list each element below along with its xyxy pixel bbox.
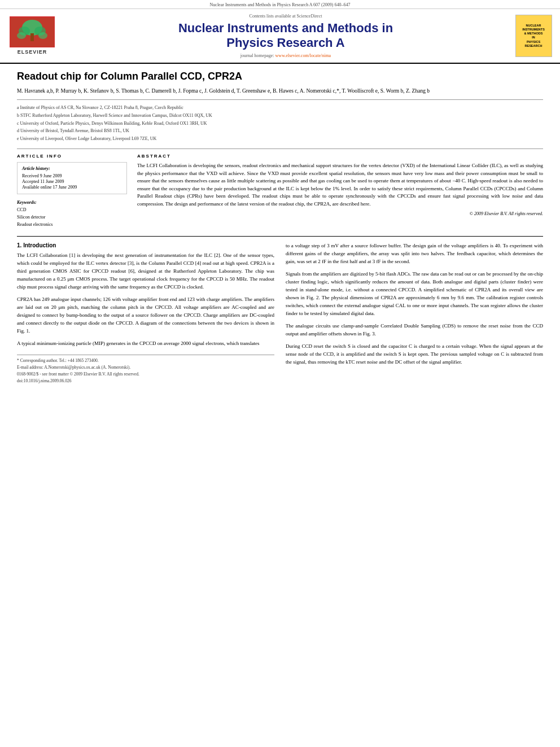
journal-title-block: Contents lists available at ScienceDirec… bbox=[63, 14, 508, 58]
affiliation-a: a Institute of Physics of AS CR, Na Slov… bbox=[17, 104, 543, 112]
footnote-issn: 0168-9002/$ - see front matter © 2009 El… bbox=[17, 371, 274, 377]
intro-paragraph-1: The LCFI Collaboration [1] is developing… bbox=[17, 252, 274, 291]
authors-list: M. Havranek a,b, P. Murray b, K. Stefano… bbox=[17, 87, 543, 95]
homepage-url[interactable]: www.elsevier.com/locate/nima bbox=[275, 53, 331, 58]
body-left-column: 1. Introduction The LCFI Collaboration [… bbox=[17, 242, 274, 385]
keyword-3: Readout electronics bbox=[17, 221, 127, 229]
article-info-column: ARTICLE INFO Article history: Received 9… bbox=[17, 154, 127, 228]
footnote-corresponding: * Corresponding author. Tel.: +44 1865 2… bbox=[17, 357, 274, 364]
available-date: Available online 17 June 2009 bbox=[22, 185, 122, 190]
right-paragraph-4: During CCD reset the switch S is closed … bbox=[286, 343, 543, 366]
journal-cover-image: NUCLEAR INSTRUMENTS & METHODS IN PHYSICS… bbox=[515, 15, 552, 57]
affiliation-b: b STFC Rutherford Appleton Laboratory, H… bbox=[17, 112, 543, 120]
abstract-text: The LCFI Collaboration is developing the… bbox=[137, 162, 543, 208]
sciencedirect-prefix: Contents lists available at ScienceDirec… bbox=[250, 14, 322, 19]
received-date: Received 9 June 2009 bbox=[22, 173, 122, 178]
journal-citation-bar: Nuclear Instruments and Methods in Physi… bbox=[0, 0, 560, 9]
abstract-label: ABSTRACT bbox=[137, 154, 543, 159]
sciencedirect-link[interactable]: Contents lists available at ScienceDirec… bbox=[250, 14, 322, 19]
affiliations-block: a Institute of Physics of AS CR, Na Slov… bbox=[17, 104, 543, 143]
info-abstract-section: ARTICLE INFO Article history: Received 9… bbox=[17, 154, 543, 228]
intro-paragraph-3: A typical minimum-ionizing particle (MIP… bbox=[17, 340, 274, 348]
right-paragraph-1: to a voltage step of 3 mV after a source… bbox=[286, 242, 543, 266]
journal-title: Nuclear Instruments and Methods in Physi… bbox=[178, 21, 393, 51]
journal-logo-text: NUCLEAR INSTRUMENTS & METHODS IN PHYSICS… bbox=[522, 24, 545, 48]
page: Nuclear Instruments and Methods in Physi… bbox=[0, 0, 560, 747]
keyword-1: CCD bbox=[17, 207, 127, 214]
article-content: Readout chip for Column Parallel CCD, CP… bbox=[0, 64, 560, 394]
elsevier-logo-block: ELSEVIER bbox=[7, 14, 58, 58]
article-info-box: Article history: Received 9 June 2009 Ac… bbox=[17, 162, 127, 194]
footnotes: * Corresponding author. Tel.: +44 1865 2… bbox=[17, 355, 274, 385]
intro-paragraph-2: CPR2A has 249 analogue input channels; 1… bbox=[17, 296, 274, 335]
body-section: 1. Introduction The LCFI Collaboration [… bbox=[17, 242, 543, 385]
svg-point-6 bbox=[38, 32, 47, 39]
keywords-label: Keywords: bbox=[17, 200, 127, 205]
footnote-doi: doi:10.1016/j.nima.2009.06.026 bbox=[17, 378, 274, 384]
journal-name-line1: Nuclear Instruments and Methods in bbox=[178, 21, 393, 35]
homepage-label: journal homepage: bbox=[240, 53, 274, 58]
right-paragraph-3: The analogue circuits use clamp-and-samp… bbox=[286, 322, 543, 338]
affiliation-e: e University of Liverpool, Oliver Lodge … bbox=[17, 136, 543, 143]
affiliations-divider bbox=[17, 148, 543, 149]
authors-text: M. Havranek a,b, P. Murray b, K. Stefano… bbox=[17, 88, 430, 94]
keywords-section: Keywords: CCD Silicon detector Readout e… bbox=[17, 200, 127, 228]
affiliation-d: d University of Bristol, Tyndall Avenue,… bbox=[17, 128, 543, 135]
affiliation-c: c University of Oxford, Particle Physics… bbox=[17, 120, 543, 128]
article-history-title: Article history: bbox=[22, 166, 122, 171]
accepted-date: Accepted 11 June 2009 bbox=[22, 179, 122, 184]
abstract-column: ABSTRACT The LCFI Collaboration is devel… bbox=[137, 154, 543, 228]
introduction-title: 1. Introduction bbox=[17, 242, 274, 248]
author-divider bbox=[17, 99, 543, 100]
elsevier-logo-image bbox=[10, 16, 55, 47]
body-right-column: to a voltage step of 3 mV after a source… bbox=[286, 242, 543, 385]
copyright-notice: © 2009 Elsevier B.V. All rights reserved… bbox=[137, 211, 543, 216]
article-title: Readout chip for Column Parallel CCD, CP… bbox=[17, 71, 543, 82]
right-paragraph-2: Signals from the amplifiers are digitize… bbox=[286, 270, 543, 318]
citation-text: Nuclear Instruments and Methods in Physi… bbox=[210, 2, 351, 7]
svg-point-5 bbox=[17, 32, 26, 39]
journal-name-line2: Physics Research A bbox=[226, 36, 345, 50]
journal-homepage: journal homepage: www.elsevier.com/locat… bbox=[240, 53, 331, 58]
section-name: Introduction bbox=[23, 242, 56, 248]
keywords-list: CCD Silicon detector Readout electronics bbox=[17, 207, 127, 228]
svg-rect-4 bbox=[30, 33, 34, 41]
article-info-label: ARTICLE INFO bbox=[17, 154, 127, 159]
journal-header: ELSEVIER Contents lists available at Sci… bbox=[0, 9, 560, 64]
journal-logo-right: NUCLEAR INSTRUMENTS & METHODS IN PHYSICS… bbox=[514, 14, 553, 58]
keyword-2: Silicon detector bbox=[17, 214, 127, 221]
section-number: 1. bbox=[17, 242, 21, 248]
footnote-email: E-mail address: A.Nomerotski@physics.ox.… bbox=[17, 364, 274, 370]
elsevier-brand-text: ELSEVIER bbox=[18, 49, 47, 55]
body-divider bbox=[17, 236, 543, 237]
